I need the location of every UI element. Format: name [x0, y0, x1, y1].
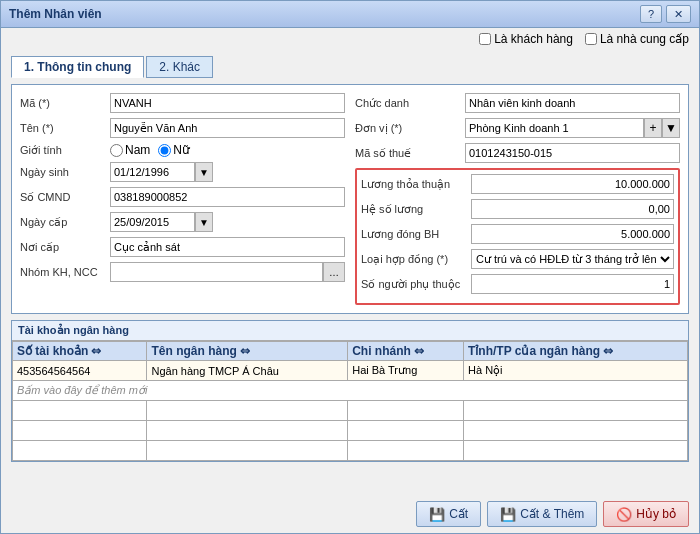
- top-checkboxes: Là khách hàng Là nhà cung cấp: [1, 28, 699, 50]
- radio-nu-input[interactable]: [158, 144, 171, 157]
- tab-bar: 1. Thông tin chung 2. Khác: [11, 56, 689, 78]
- luong-input[interactable]: [471, 174, 674, 194]
- main-content: 1. Thông tin chung 2. Khác Mã (*) Tên (*…: [1, 50, 699, 468]
- footer: 💾 Cất 💾 Cất & Thêm 🚫 Hủy bỏ: [1, 495, 699, 533]
- ngay-sinh-calendar-button[interactable]: ▼: [195, 162, 213, 182]
- he-so-row: Hệ số lương: [361, 199, 674, 219]
- ma-so-thue-input[interactable]: [465, 143, 680, 163]
- close-button[interactable]: ✕: [666, 5, 691, 23]
- empty-row-3: [13, 441, 688, 461]
- so-nguoi-label: Số người phụ thuộc: [361, 278, 471, 291]
- main-window: Thêm Nhân viên ? ✕ Là khách hàng Là nhà …: [0, 0, 700, 534]
- empty-row-1: [13, 401, 688, 421]
- ma-row: Mã (*): [20, 93, 345, 113]
- huy-bo-button[interactable]: 🚫 Hủy bỏ: [603, 501, 689, 527]
- form-area: Mã (*) Tên (*) Giới tính Nam: [11, 84, 689, 314]
- huy-bo-label: Hủy bỏ: [636, 507, 676, 521]
- ten-row: Tên (*): [20, 118, 345, 138]
- luong-dong-bh-row: Lương đóng BH: [361, 224, 674, 244]
- add-row[interactable]: Bấm vào đây để thêm mới: [13, 381, 688, 401]
- radio-nam-input[interactable]: [110, 144, 123, 157]
- chuc-danh-row: Chức danh: [355, 93, 680, 113]
- gioi-tinh-row: Giới tính Nam Nữ: [20, 143, 345, 157]
- tab-khac[interactable]: 2. Khác: [146, 56, 213, 78]
- col-resize-ten-nh[interactable]: ⇔: [240, 344, 248, 358]
- don-vi-label: Đơn vị (*): [355, 122, 465, 135]
- noi-cap-input[interactable]: [110, 237, 345, 257]
- col-ten-nh: Tên ngân hàng ⇔: [147, 342, 348, 361]
- bank-table-header: Số tài khoản ⇔ Tên ngân hàng ⇔ Chi nhánh…: [13, 342, 688, 361]
- cell-chi-nhanh: Hai Bà Trưng: [348, 361, 464, 381]
- so-cmnd-label: Số CMND: [20, 191, 110, 204]
- add-row-text: Bấm vào đây để thêm mới: [13, 381, 688, 401]
- ten-label: Tên (*): [20, 122, 110, 134]
- ngay-cap-row: Ngày cấp ▼: [20, 212, 345, 232]
- ngay-sinh-label: Ngày sinh: [20, 166, 110, 178]
- right-column: Chức danh Đơn vị (*) + ▼ Mã số thuế Lươn: [355, 93, 680, 305]
- nhom-row: Nhóm KH, NCC …: [20, 262, 345, 282]
- col-tinh-tp: Tỉnh/TP của ngân hàng ⇔: [464, 342, 688, 361]
- ma-input[interactable]: [110, 93, 345, 113]
- help-button[interactable]: ?: [640, 5, 662, 23]
- left-column: Mã (*) Tên (*) Giới tính Nam: [20, 93, 345, 305]
- gioi-tinh-radios: Nam Nữ: [110, 143, 190, 157]
- window-title: Thêm Nhân viên: [9, 7, 102, 21]
- la-nha-cung-cap-label: Là nhà cung cấp: [600, 32, 689, 46]
- nhom-label: Nhóm KH, NCC: [20, 266, 110, 278]
- luong-dong-bh-input[interactable]: [471, 224, 674, 244]
- ngay-sinh-input[interactable]: [110, 162, 195, 182]
- so-cmnd-row: Số CMND: [20, 187, 345, 207]
- ngay-cap-calendar-button[interactable]: ▼: [195, 212, 213, 232]
- don-vi-add-button[interactable]: +: [644, 118, 662, 138]
- loai-hop-dong-label: Loại hợp đồng (*): [361, 253, 471, 266]
- col-so-tk: Số tài khoản ⇔: [13, 342, 147, 361]
- he-so-label: Hệ số lương: [361, 203, 471, 216]
- la-nha-cung-cap-checkbox[interactable]: [585, 33, 597, 45]
- loai-hop-dong-row: Loại hợp đồng (*) Cư trú và có HĐLĐ từ 3…: [361, 249, 674, 269]
- luong-row: Lương thỏa thuận: [361, 174, 674, 194]
- cell-so-tk: 453564564564: [13, 361, 147, 381]
- cell-ten-nh: Ngân hàng TMCP Á Châu: [147, 361, 348, 381]
- radio-nam-label: Nam: [125, 143, 150, 157]
- radio-nu: Nữ: [158, 143, 190, 157]
- so-nguoi-input[interactable]: [471, 274, 674, 294]
- col-resize-chi-nhanh[interactable]: ⇔: [414, 344, 422, 358]
- nhom-browse-button[interactable]: …: [323, 262, 345, 282]
- so-cmnd-input[interactable]: [110, 187, 345, 207]
- col-resize-tinh-tp[interactable]: ⇔: [603, 344, 611, 358]
- la-khach-hang-checkbox[interactable]: [479, 33, 491, 45]
- ten-input[interactable]: [110, 118, 345, 138]
- ma-so-thue-row: Mã số thuế: [355, 143, 680, 163]
- chuc-danh-input[interactable]: [465, 93, 680, 113]
- col-chi-nhanh: Chi nhánh ⇔: [348, 342, 464, 361]
- cat-button[interactable]: 💾 Cất: [416, 501, 481, 527]
- bank-table: Số tài khoản ⇔ Tên ngân hàng ⇔ Chi nhánh…: [12, 341, 688, 461]
- ma-label: Mã (*): [20, 97, 110, 109]
- radio-nam: Nam: [110, 143, 150, 157]
- title-bar-controls: ? ✕: [640, 5, 691, 23]
- empty-row-2: [13, 421, 688, 441]
- cat-icon: 💾: [429, 507, 445, 522]
- la-nha-cung-cap-checkbox-container: Là nhà cung cấp: [585, 32, 689, 46]
- ngay-cap-input[interactable]: [110, 212, 195, 232]
- don-vi-dropdown-button[interactable]: ▼: [662, 118, 680, 138]
- ngay-cap-label: Ngày cấp: [20, 216, 110, 229]
- luong-label: Lương thỏa thuận: [361, 178, 471, 191]
- cat-them-icon: 💾: [500, 507, 516, 522]
- so-nguoi-row: Số người phụ thuộc: [361, 274, 674, 294]
- ngay-sinh-row: Ngày sinh ▼: [20, 162, 345, 182]
- loai-hop-dong-select[interactable]: Cư trú và có HĐLĐ từ 3 tháng trở lên: [471, 249, 674, 269]
- cat-them-button[interactable]: 💾 Cất & Thêm: [487, 501, 597, 527]
- noi-cap-label: Nơi cấp: [20, 241, 110, 254]
- la-khach-hang-label: Là khách hàng: [494, 32, 573, 46]
- he-so-input[interactable]: [471, 199, 674, 219]
- don-vi-input[interactable]: [465, 118, 644, 138]
- ma-so-thue-label: Mã số thuế: [355, 147, 465, 160]
- tab-thong-tin-chung[interactable]: 1. Thông tin chung: [11, 56, 144, 78]
- cat-label: Cất: [449, 507, 468, 521]
- chuc-danh-label: Chức danh: [355, 97, 465, 110]
- table-row[interactable]: 453564564564 Ngân hàng TMCP Á Châu Hai B…: [13, 361, 688, 381]
- col-resize-so-tk[interactable]: ⇔: [91, 344, 99, 358]
- nhom-input[interactable]: [110, 262, 323, 282]
- radio-nu-label: Nữ: [173, 143, 190, 157]
